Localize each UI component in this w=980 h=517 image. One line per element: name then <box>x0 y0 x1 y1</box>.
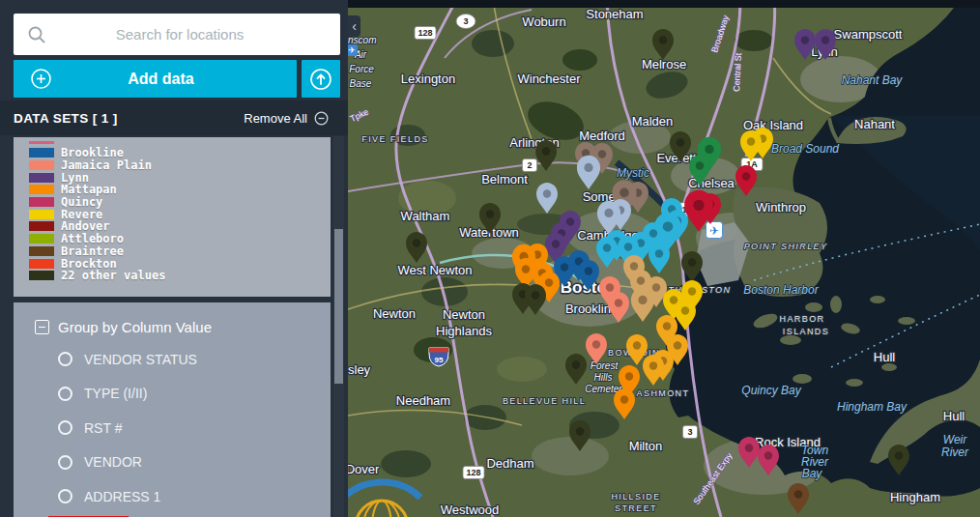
radio-label: VENDOR STATUS <box>84 352 197 367</box>
legend-color-chip <box>29 246 54 256</box>
legend-panel: BrooklineJamaica PlainLynnMattapanQuincy… <box>14 137 331 297</box>
svg-text:✈: ✈ <box>709 224 719 238</box>
map-label: HILLSIDE <box>611 492 660 502</box>
radio-option-vendor[interactable]: VENDOR <box>52 451 152 473</box>
datasets-title: DATA SETS [ 1 ] <box>14 111 118 126</box>
map-label: Melrose <box>642 57 686 72</box>
radio-option-vendor-status[interactable]: VENDOR STATUS <box>52 349 207 370</box>
add-data-button[interactable]: Add data <box>14 60 297 98</box>
legend-color-chip <box>29 221 54 231</box>
group-by-panel: Group by Column Value VENDOR STATUSTYPE … <box>14 302 331 517</box>
map-label: Force <box>349 64 374 74</box>
svg-text:2: 2 <box>527 160 532 170</box>
map-label: Dover <box>348 462 380 476</box>
map-label: STREET <box>615 503 657 513</box>
radio-option-rst-[interactable]: RST # <box>52 417 131 439</box>
map-label: HARBOR <box>780 314 825 324</box>
map-label: Swampscott <box>834 27 903 42</box>
road-shield: 2 <box>523 159 537 172</box>
radio-button[interactable] <box>58 455 72 470</box>
map-label: Forest <box>591 360 620 371</box>
map-label: Winchester <box>517 72 581 86</box>
radio-button[interactable] <box>58 352 72 366</box>
legend-item: Quincy <box>14 196 331 209</box>
legend-item: Jamaica Plain <box>14 159 331 172</box>
map-label: Boston Harbor <box>743 283 819 297</box>
map-label: Oak Island <box>743 118 803 132</box>
plus-icon <box>30 68 52 90</box>
legend-color-chip <box>29 173 54 183</box>
map-label: Central St <box>732 52 743 92</box>
radio-button[interactable] <box>58 420 72 435</box>
map-label: Hull <box>874 350 896 364</box>
map-label: Waltham <box>401 209 450 223</box>
search-box <box>14 14 340 55</box>
svg-text:✈: ✈ <box>348 45 356 55</box>
legend-item: Brockton <box>14 257 331 270</box>
map-label: Nahant <box>854 117 895 131</box>
legend-item: Brookline <box>14 147 331 159</box>
map-label: Hull <box>943 409 966 423</box>
search-icon <box>27 25 46 44</box>
map-label: Stoneham <box>586 7 643 21</box>
legend-color-chip <box>29 271 54 280</box>
sidebar-collapse-button[interactable]: ‹ <box>348 15 360 37</box>
road-shield: 128 <box>463 467 484 479</box>
map-label: Mystic <box>617 166 649 180</box>
map-label: Highlands <box>436 324 492 338</box>
group-by-title: Group by Column Value <box>14 302 331 335</box>
sidebar: Add data DATA SETS [ 1 ] Remove All Broo… <box>0 0 348 517</box>
legend-item: Mattapan <box>14 184 331 196</box>
search-input[interactable] <box>46 25 340 43</box>
legend-item: Attleboro <box>14 233 331 245</box>
map-label: Weir <box>943 433 967 446</box>
legend-label: 22 other values <box>61 269 165 282</box>
map-label: Broad Sound <box>771 142 839 156</box>
hanscom-airport-icon: ✈ <box>348 44 358 56</box>
legend-item: Lynn <box>14 171 331 184</box>
sidebar-scrollbar[interactable] <box>333 136 344 517</box>
radio-option-address-1[interactable]: ADDRESS 1 <box>52 486 170 507</box>
scrollbar-thumb[interactable] <box>334 229 343 384</box>
radio-option-type-i-ii-[interactable]: TYPE (I/II) <box>52 383 157 404</box>
radio-button[interactable] <box>58 489 72 503</box>
remove-all-button[interactable]: Remove All <box>244 111 329 126</box>
legend-color-chip <box>29 234 54 244</box>
map-label: West Newton <box>397 263 472 277</box>
legend-item: Andover <box>14 220 331 233</box>
svg-text:3: 3 <box>463 16 468 26</box>
map-label: sley <box>348 362 371 377</box>
svg-text:95: 95 <box>435 356 444 364</box>
map-label: Base <box>350 78 372 89</box>
legend-item: Revere <box>14 208 331 220</box>
radio-label: VENDOR <box>84 454 142 470</box>
map-label: Nahant Bay <box>842 73 904 87</box>
map-label: ASHMONT <box>637 388 690 398</box>
radio-label: ADDRESS 1 <box>84 489 160 504</box>
radio-label: TYPE (I/II) <box>84 386 147 401</box>
map-label: Lexington <box>401 72 455 86</box>
legend-partial-item <box>29 141 54 144</box>
map-label: ISLANDS <box>783 327 829 336</box>
map-canvas[interactable]: WoburnStonehamLexingtonWinchesterMelrose… <box>348 0 980 517</box>
map-label: Newton <box>373 306 416 321</box>
collapse-section-icon[interactable] <box>35 320 49 334</box>
road-shield: 3 <box>456 14 476 29</box>
radio-button[interactable] <box>58 387 72 401</box>
legend-item: Braintree <box>14 245 331 258</box>
map-label: BELLEVUE HILL <box>503 396 586 406</box>
legend-color-chip <box>29 259 54 269</box>
add-data-label: Add data <box>52 71 270 88</box>
map-label: Hills <box>594 372 613 383</box>
upload-button[interactable] <box>302 60 340 98</box>
legend-color-chip <box>29 160 54 170</box>
map-label: Dedham <box>486 456 533 471</box>
legend-color-chip <box>29 148 54 158</box>
map-label: Bay <box>802 467 823 480</box>
remove-all-label: Remove All <box>244 111 307 126</box>
svg-text:3: 3 <box>687 427 692 437</box>
svg-text:128: 128 <box>418 28 432 38</box>
datasets-header: DATA SETS [ 1 ] Remove All <box>0 101 348 135</box>
radio-label: RST # <box>84 420 122 436</box>
airport-icon: ✈ <box>706 222 723 239</box>
